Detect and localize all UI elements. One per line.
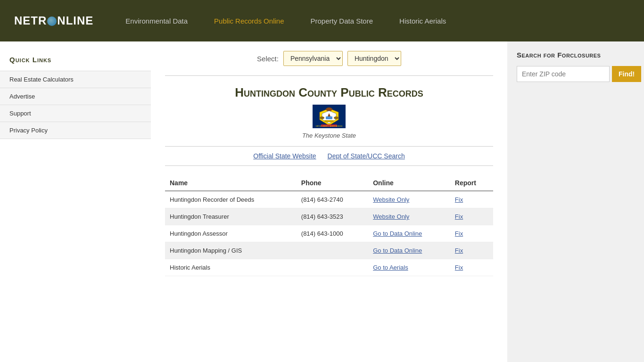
online-link[interactable]: Website Only — [373, 213, 409, 220]
svg-rect-5 — [326, 116, 332, 119]
col-header-online: Online — [368, 175, 450, 191]
state-select[interactable]: Pennsylvania — [283, 51, 343, 66]
main-container: Quick Links Real Estate Calculators Adve… — [0, 41, 644, 362]
logo-text: NETRNLINE — [14, 14, 93, 27]
logo-globe-icon — [47, 16, 57, 26]
sidebar-item-advertise[interactable]: Advertise — [0, 88, 151, 105]
cell-report: Fix — [450, 225, 493, 242]
fix-link[interactable]: Fix — [455, 213, 463, 220]
table-body: Huntingdon Recorder of Deeds(814) 643-27… — [165, 191, 493, 276]
content-area: Select: Pennsylvania Huntingdon Huntingd… — [151, 41, 507, 362]
nav-historic-aerials[interactable]: Historic Aerials — [386, 17, 459, 25]
right-panel: Search for Forclosures Find! — [507, 41, 644, 362]
records-table: Name Phone Online Report Huntingdon Reco… — [165, 175, 493, 276]
cell-online: Go to Aerials — [368, 259, 450, 276]
cell-online: Go to Data Online — [368, 242, 450, 259]
cell-report: Fix — [450, 191, 493, 208]
col-header-report: Report — [450, 175, 493, 191]
fix-link[interactable]: Fix — [455, 247, 463, 254]
nav-property-data-store[interactable]: Property Data Store — [297, 17, 386, 25]
nav-environmental-data[interactable]: Environmental Data — [112, 17, 201, 25]
col-header-name: Name — [165, 175, 297, 191]
online-link[interactable]: Go to Data Online — [373, 247, 422, 254]
quick-links-header: Quick Links — [0, 51, 151, 71]
dept-of-state-ucc-link[interactable]: Dept of State/UCC Search — [328, 152, 405, 160]
table-row: Huntingdon Mapping / GISGo to Data Onlin… — [165, 242, 493, 259]
cell-report: Fix — [450, 208, 493, 225]
fix-link[interactable]: Fix — [455, 196, 463, 203]
table-row: Huntingdon Assessor(814) 643-1000Go to D… — [165, 225, 493, 242]
cell-phone: (814) 643-2740 — [297, 191, 368, 208]
state-flag-area: VIRTUE LIBERTY INDEPENDENCE The Keystone… — [165, 105, 493, 139]
state-links-row: Official State Website Dept of State/UCC… — [165, 146, 493, 166]
sidebar-item-support[interactable]: Support — [0, 105, 151, 122]
svg-point-8 — [320, 116, 324, 119]
official-state-website-link[interactable]: Official State Website — [253, 152, 316, 160]
svg-point-9 — [334, 116, 339, 119]
cell-online: Website Only — [368, 208, 450, 225]
sidebar: Quick Links Real Estate Calculators Adve… — [0, 41, 151, 362]
cell-phone: (814) 643-1000 — [297, 225, 368, 242]
cell-phone: (814) 643-3523 — [297, 208, 368, 225]
cell-report: Fix — [450, 242, 493, 259]
cell-name: Huntingdon Assessor — [165, 225, 297, 242]
cell-report: Fix — [450, 259, 493, 276]
cell-name: Huntingdon Treasurer — [165, 208, 297, 225]
cell-online: Go to Data Online — [368, 225, 450, 242]
svg-rect-7 — [324, 120, 334, 122]
svg-text:VIRTUE LIBERTY INDEPENDENCE: VIRTUE LIBERTY INDEPENDENCE — [316, 125, 343, 127]
county-select[interactable]: Huntingdon — [347, 51, 401, 66]
table-row: Historic AerialsGo to AerialsFix — [165, 259, 493, 276]
cell-name: Huntingdon Mapping / GIS — [165, 242, 297, 259]
col-header-phone: Phone — [297, 175, 368, 191]
cell-phone — [297, 242, 368, 259]
select-label: Select: — [257, 55, 279, 63]
cell-phone — [297, 259, 368, 276]
fix-link[interactable]: Fix — [455, 230, 463, 237]
online-link[interactable]: Go to Aerials — [373, 264, 408, 271]
main-nav: Environmental Data Public Records Online… — [112, 17, 630, 25]
select-row: Select: Pennsylvania Huntingdon — [165, 51, 493, 66]
table-row: Huntingdon Recorder of Deeds(814) 643-27… — [165, 191, 493, 208]
zip-input[interactable] — [517, 66, 610, 82]
county-title: Huntingdon County Public Records — [165, 85, 493, 100]
cell-name: Huntingdon Recorder of Deeds — [165, 191, 297, 208]
logo-area[interactable]: NETRNLINE — [14, 14, 93, 27]
state-nickname: The Keystone State — [165, 132, 493, 139]
table-header-row: Name Phone Online Report — [165, 175, 493, 191]
pa-flag-icon: VIRTUE LIBERTY INDEPENDENCE — [313, 105, 346, 128]
online-link[interactable]: Go to Data Online — [373, 230, 422, 237]
nav-public-records-online[interactable]: Public Records Online — [201, 17, 297, 25]
foreclosure-title: Search for Forclosures — [517, 51, 635, 59]
sidebar-item-real-estate-calculators[interactable]: Real Estate Calculators — [0, 71, 151, 88]
cell-name: Historic Aerials — [165, 259, 297, 276]
sidebar-item-privacy-policy[interactable]: Privacy Policy — [0, 122, 151, 139]
header: NETRNLINE Environmental Data Public Reco… — [0, 0, 644, 41]
find-button[interactable]: Find! — [612, 66, 641, 82]
cell-online: Website Only — [368, 191, 450, 208]
table-row: Huntingdon Treasurer(814) 643-3523Websit… — [165, 208, 493, 225]
fix-link[interactable]: Fix — [455, 264, 463, 271]
zip-row: Find! — [517, 66, 635, 82]
online-link[interactable]: Website Only — [373, 196, 409, 203]
